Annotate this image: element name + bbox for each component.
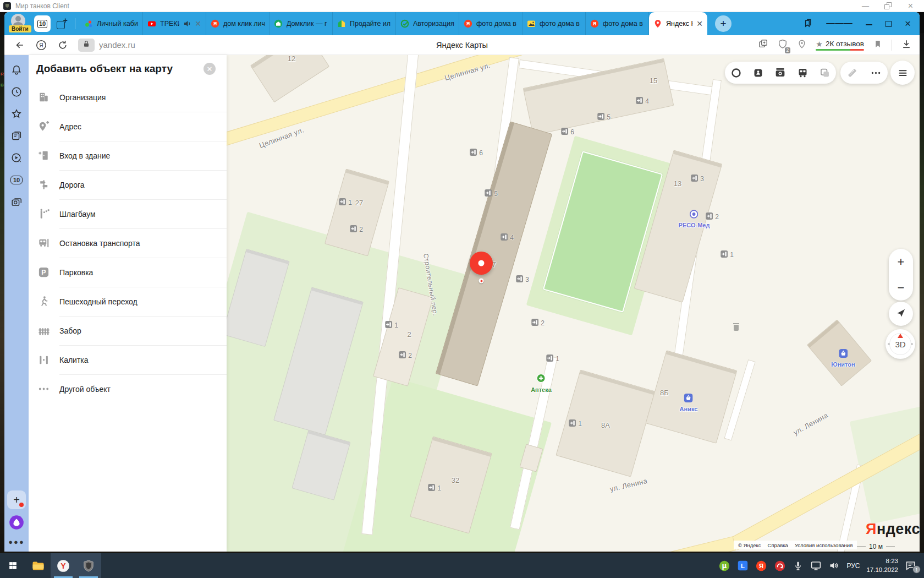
entrance-marker[interactable]: 5 xyxy=(597,112,610,122)
panel-item-дорога[interactable]: Дорога xyxy=(29,170,227,199)
panel-item-калитка[interactable]: Калитка xyxy=(29,345,227,374)
panel-item-шлагбаум[interactable]: Шлагбаум xyxy=(29,199,227,228)
tab[interactable]: фото дома в xyxy=(522,12,586,35)
map-canvas[interactable]: + − 3D Яндекс 10 м © Яндекс Справка Усло… xyxy=(227,55,920,552)
panel-item-адрес[interactable]: Адрес xyxy=(29,112,227,141)
entrance-marker[interactable]: 1 xyxy=(339,198,352,208)
terms-link[interactable]: Условия использования xyxy=(795,542,853,548)
new-tab-button[interactable]: + xyxy=(715,15,732,32)
history-button[interactable] xyxy=(9,85,24,99)
tray-volume-icon[interactable] xyxy=(828,560,840,571)
rail-add-button[interactable]: + xyxy=(7,490,26,509)
refresh-button[interactable] xyxy=(57,40,68,51)
new-window-button[interactable] xyxy=(54,15,70,32)
tab[interactable]: Ядом клик лич xyxy=(206,12,270,35)
reviews-rating[interactable]: ★ 2К отзывов xyxy=(816,40,864,51)
tab[interactable]: Домклик — г xyxy=(270,12,333,35)
entrance-marker[interactable]: 1 xyxy=(721,250,734,260)
bookmark-icon[interactable] xyxy=(873,39,883,51)
game-restore-button[interactable] xyxy=(884,2,892,9)
panel-item-пешеходный-переход[interactable]: Пешеходный переход xyxy=(29,287,227,316)
url-field[interactable]: yandex.ru xyxy=(99,40,135,50)
tab-overview-button[interactable]: 10 xyxy=(34,15,51,32)
layers-icon[interactable] xyxy=(727,67,745,79)
my-location-button[interactable] xyxy=(889,302,913,326)
taskbar-mir-tankov-button[interactable] xyxy=(76,553,101,578)
tab[interactable]: Личный каби xyxy=(80,12,143,35)
entrance-marker[interactable]: 6 xyxy=(561,127,574,137)
tray-utorrent-icon[interactable]: µ xyxy=(718,560,730,572)
game-close-button[interactable]: × xyxy=(907,2,914,9)
poi-аникс[interactable]: Аникс xyxy=(680,394,698,412)
tab-audio-icon[interactable] xyxy=(183,19,191,29)
entrance-marker[interactable]: 4 xyxy=(636,96,649,106)
entrance-marker[interactable]: 3 xyxy=(691,174,704,184)
feed-button[interactable] xyxy=(9,129,24,143)
map-menu-button[interactable] xyxy=(890,61,915,85)
compass-3d-button[interactable]: 3D xyxy=(886,329,915,359)
poi-юнитон[interactable]: Юнитон xyxy=(831,349,855,368)
profile-button[interactable]: Войти xyxy=(9,12,31,35)
panel-item-забор[interactable]: Забор xyxy=(29,316,227,345)
tray-l-app-icon[interactable]: L xyxy=(737,560,749,571)
tab-close-icon[interactable]: ✕ xyxy=(195,19,201,28)
bookmarks-button[interactable] xyxy=(9,107,24,121)
panel-item-парковка[interactable]: PПарковка xyxy=(29,258,227,287)
protect-shield-icon[interactable]: 2 xyxy=(777,39,788,52)
entrance-marker[interactable]: 4 xyxy=(501,233,514,243)
panel-item-вход-в-здание[interactable]: Вход в здание xyxy=(29,141,227,170)
tab[interactable]: Авторизация xyxy=(396,12,459,35)
entrance-marker[interactable]: 2 xyxy=(399,351,412,361)
panoramas-icon[interactable] xyxy=(749,67,768,79)
help-link[interactable]: Справка xyxy=(768,542,788,548)
tab-close-icon[interactable]: ✕ xyxy=(696,19,703,28)
geo-pin-icon[interactable] xyxy=(797,39,807,51)
tab[interactable]: Продайте ил xyxy=(333,12,396,35)
tray-notifications-button[interactable]: 1 xyxy=(905,560,919,571)
tab[interactable]: Яфото дома в xyxy=(586,12,649,35)
back-button[interactable] xyxy=(14,40,25,51)
poi-ресо-мед[interactable]: РЕСО-Мед xyxy=(679,210,710,228)
tray-display-icon[interactable] xyxy=(810,560,822,571)
browser-maximize-button[interactable] xyxy=(886,21,892,27)
taskbar-explorer-button[interactable] xyxy=(25,553,51,578)
browser-menu-button[interactable] xyxy=(826,21,853,25)
entrance-marker[interactable]: 2 xyxy=(531,318,544,328)
transport-icon[interactable] xyxy=(793,67,812,79)
panel-item-организация[interactable]: Организация xyxy=(29,83,227,112)
browser-minimize-button[interactable] xyxy=(866,19,872,25)
entrance-marker[interactable]: 1 xyxy=(385,320,398,330)
ruler-icon[interactable] xyxy=(843,67,862,79)
tray-language[interactable]: РУС xyxy=(846,562,860,570)
site-security-chip[interactable] xyxy=(78,39,95,52)
media-button[interactable] xyxy=(9,151,24,165)
tray-yandex-tray-icon[interactable]: Я xyxy=(755,560,767,572)
tray-red-app-icon[interactable] xyxy=(774,560,786,572)
game-minimize-button[interactable]: — xyxy=(862,2,869,9)
more-tools-icon[interactable] xyxy=(867,67,886,79)
tab-active[interactable]: Яндекс Ка✕ xyxy=(649,12,707,35)
tabs-counter-button[interactable]: 10 xyxy=(9,173,24,187)
entrance-marker[interactable]: 1 xyxy=(569,419,582,429)
entrance-marker[interactable]: 5 xyxy=(485,189,498,199)
screenshot-button[interactable] xyxy=(9,195,24,209)
selected-location-pin[interactable] xyxy=(470,252,493,275)
entrance-marker[interactable]: 3 xyxy=(516,275,529,285)
entrance-marker[interactable]: 2 xyxy=(350,225,363,235)
notifications-button[interactable] xyxy=(9,63,24,77)
zoom-in-button[interactable]: + xyxy=(898,255,905,269)
collections-icon[interactable] xyxy=(802,18,813,29)
panel-close-button[interactable]: ✕ xyxy=(204,63,216,75)
taskbar-start-button[interactable] xyxy=(0,553,25,578)
entrance-marker[interactable]: 1 xyxy=(428,483,441,493)
tray-microphone-icon[interactable] xyxy=(793,560,804,571)
rail-more-button[interactable]: ●●● xyxy=(8,538,25,546)
tray-clock[interactable]: 8:2317.10.2022 xyxy=(866,557,898,574)
yandex-search-icon[interactable]: Я xyxy=(35,39,47,51)
panel-item-другой-объект[interactable]: Другой объект xyxy=(29,374,227,403)
entrance-marker[interactable]: 6 xyxy=(470,148,483,158)
tab[interactable]: Яфото дома в xyxy=(459,12,522,35)
login-badge[interactable]: Войти xyxy=(9,25,31,32)
taskbar-yandex-browser-button[interactable]: Y xyxy=(51,553,76,578)
alisa-button[interactable] xyxy=(9,515,24,532)
